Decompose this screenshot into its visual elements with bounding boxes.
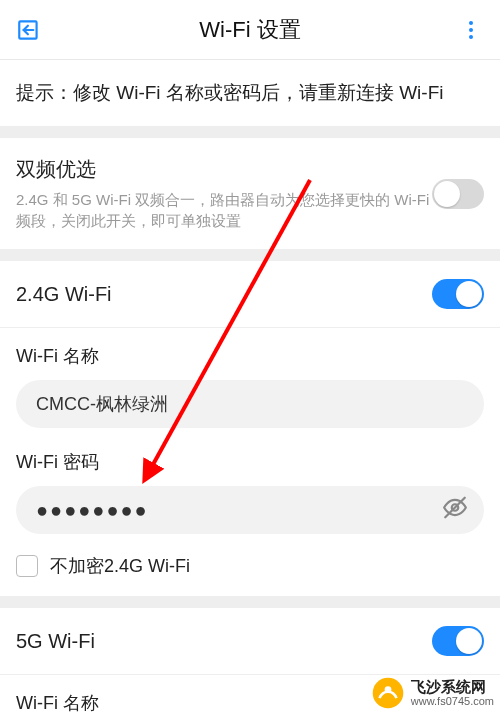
wifi-name-24g-block: Wi-Fi 名称 CMCC-枫林绿洲	[0, 328, 500, 434]
unencrypted-24g-row[interactable]: 不加密2.4G Wi-Fi	[0, 540, 500, 596]
svg-point-9	[384, 686, 391, 693]
back-icon	[16, 17, 42, 43]
band-5g-title: 5G Wi-Fi	[16, 630, 432, 653]
unencrypted-24g-checkbox[interactable]	[16, 555, 38, 577]
svg-point-2	[469, 21, 473, 25]
back-button[interactable]	[12, 13, 46, 47]
wifi-pwd-24g-block: Wi-Fi 密码 ●●●●●●●●	[0, 434, 500, 540]
more-vertical-icon	[459, 18, 483, 42]
dual-band-section: 双频优选 2.4G 和 5G Wi-Fi 双频合一，路由器自动为您选择更快的 W…	[0, 138, 500, 249]
unencrypted-24g-label: 不加密2.4G Wi-Fi	[50, 554, 190, 578]
svg-point-3	[469, 28, 473, 32]
wifi-pwd-24g-label: Wi-Fi 密码	[16, 450, 484, 474]
eye-off-icon	[442, 495, 468, 521]
dual-band-title: 双频优选	[16, 156, 432, 183]
watermark: 飞沙系统网 www.fs0745.com	[371, 676, 494, 710]
watermark-title: 飞沙系统网	[411, 679, 494, 696]
wifi-name-24g-input[interactable]: CMCC-枫林绿洲	[16, 380, 484, 428]
watermark-logo-icon	[371, 676, 405, 710]
section-gap	[0, 249, 500, 261]
band-24g-row: 2.4G Wi-Fi	[0, 261, 500, 328]
dual-band-toggle[interactable]	[432, 179, 484, 209]
wifi-settings-screen: Wi-Fi 设置 提示：修改 Wi-Fi 名称或密码后，请重新连接 Wi-Fi …	[0, 0, 500, 722]
tip-text: 提示：修改 Wi-Fi 名称或密码后，请重新连接 Wi-Fi	[0, 60, 500, 138]
wifi-pwd-24g-input[interactable]: ●●●●●●●●	[16, 486, 484, 534]
more-button[interactable]	[454, 13, 488, 47]
page-title: Wi-Fi 设置	[199, 15, 300, 45]
wifi-name-24g-value: CMCC-枫林绿洲	[36, 392, 168, 416]
header-bar: Wi-Fi 设置	[0, 0, 500, 60]
dual-band-row: 双频优选 2.4G 和 5G Wi-Fi 双频合一，路由器自动为您选择更快的 W…	[0, 138, 500, 249]
band-24g-section: 2.4G Wi-Fi Wi-Fi 名称 CMCC-枫林绿洲 Wi-Fi 密码 ●…	[0, 261, 500, 596]
band-24g-title: 2.4G Wi-Fi	[16, 283, 432, 306]
wifi-pwd-24g-masked: ●●●●●●●●	[36, 499, 149, 522]
watermark-url: www.fs0745.com	[411, 695, 494, 707]
svg-point-4	[469, 35, 473, 39]
toggle-password-visibility-button[interactable]	[442, 495, 468, 526]
band-5g-toggle[interactable]	[432, 626, 484, 656]
band-24g-toggle[interactable]	[432, 279, 484, 309]
band-5g-row: 5G Wi-Fi	[0, 608, 500, 675]
dual-band-sub: 2.4G 和 5G Wi-Fi 双频合一，路由器自动为您选择更快的 Wi-Fi …	[16, 189, 432, 231]
wifi-name-24g-label: Wi-Fi 名称	[16, 344, 484, 368]
section-gap	[0, 596, 500, 608]
